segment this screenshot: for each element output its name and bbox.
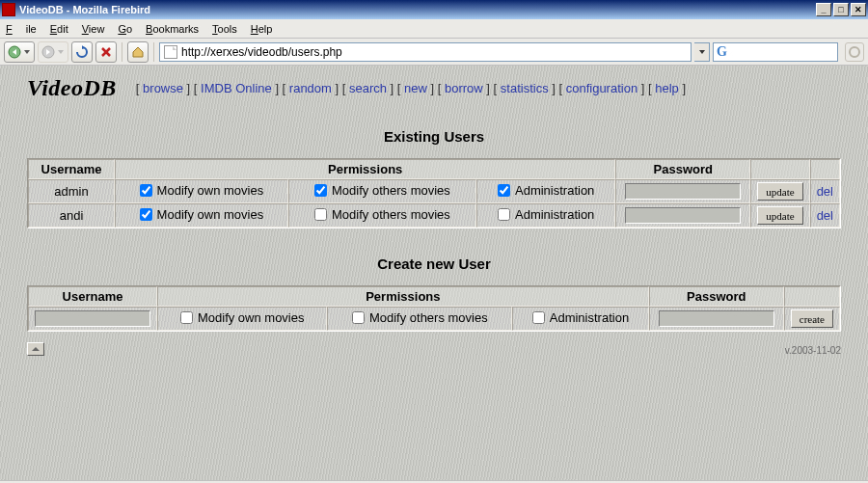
new-perm-others-checkbox[interactable] [352, 311, 365, 324]
create-user-table: Username Permissions Password Modify own… [27, 285, 841, 332]
close-button[interactable]: ✕ [851, 3, 866, 16]
table-row: admin Modify own movies Modify others mo… [28, 179, 840, 203]
menu-go[interactable]: Go [118, 23, 132, 35]
chevron-down-icon [23, 45, 31, 59]
perm-admin-checkbox[interactable] [498, 208, 510, 221]
nav-borrow[interactable]: borrow [445, 81, 483, 95]
username-cell: admin [28, 179, 115, 203]
menu-bookmarks[interactable]: Bookmarks [146, 23, 199, 35]
up-arrow-icon [31, 345, 41, 353]
toolbar-separator [122, 42, 122, 62]
nav-configuration[interactable]: configuration [566, 81, 637, 95]
url-dropdown-button[interactable] [694, 42, 710, 62]
menu-bar: Fdocument.currentScript.previousElementS… [0, 19, 868, 39]
nav-new[interactable]: new [404, 81, 427, 95]
stop-button[interactable] [95, 41, 117, 63]
reload-icon [75, 45, 89, 59]
new-perm-own-checkbox[interactable] [180, 311, 193, 324]
existing-users-table: Username Permissions Password admin Modi… [27, 158, 841, 228]
minimize-button[interactable]: _ [816, 3, 831, 16]
password-input[interactable] [625, 207, 741, 224]
window-titlebar: VideoDB - Mozilla Firebird _ □ ✕ [0, 0, 868, 19]
update-button[interactable]: update [757, 182, 802, 201]
forward-button[interactable] [38, 41, 68, 63]
username-cell: andi [28, 203, 115, 228]
perm-own-checkbox[interactable] [140, 184, 152, 197]
forward-icon [41, 45, 57, 59]
delete-link[interactable]: del [817, 208, 833, 223]
nav-links: [ browse ] [ IMDB Online ] [ random ] [ … [136, 81, 686, 95]
delete-link[interactable]: del [817, 184, 833, 199]
col-password: Password [615, 159, 750, 179]
perm-others-checkbox[interactable] [314, 184, 327, 197]
chevron-down-icon [698, 48, 706, 56]
toolbar: http://xerxes/videodb/users.php G [0, 39, 868, 66]
throbber-icon [845, 42, 864, 62]
nav-imdb[interactable]: IMDB Online [201, 81, 272, 95]
create-user-row: Modify own movies Modify others movies A… [28, 307, 840, 331]
col-permissions: Permissions [157, 286, 649, 307]
perm-admin-checkbox[interactable] [498, 184, 510, 197]
new-username-input[interactable] [35, 310, 150, 327]
page-icon [164, 45, 177, 59]
menu-tools[interactable]: Tools [212, 23, 237, 35]
col-username: Username [28, 159, 115, 179]
nav-search[interactable]: search [349, 81, 387, 95]
menu-file[interactable]: Fdocument.currentScript.previousElementS… [6, 23, 37, 35]
svg-point-4 [850, 47, 859, 57]
menu-help[interactable]: Help [251, 23, 273, 35]
url-input[interactable]: http://xerxes/videodb/users.php [159, 42, 692, 62]
menu-edit[interactable]: Edit [50, 23, 68, 35]
menu-view[interactable]: View [82, 23, 105, 35]
nav-browse[interactable]: browse [143, 81, 183, 95]
back-icon [8, 45, 23, 59]
stop-icon [99, 45, 113, 59]
reload-button[interactable] [71, 41, 93, 63]
password-input[interactable] [625, 183, 741, 200]
app-icon [2, 3, 15, 16]
page-content: VideoDB [ browse ] [ IMDB Online ] [ ran… [0, 66, 868, 480]
col-username: Username [28, 286, 157, 307]
window-title: VideoDB - Mozilla Firebird [19, 4, 150, 15]
search-engine-glyph: G [717, 44, 727, 60]
maximize-button[interactable]: □ [833, 3, 849, 16]
version-label: v.2003-11-02 [785, 345, 841, 356]
chevron-down-icon [57, 45, 65, 59]
nav-help[interactable]: help [655, 81, 679, 95]
col-permissions: Permissions [115, 159, 615, 179]
new-password-input[interactable] [659, 310, 774, 327]
search-input[interactable]: G [713, 42, 838, 62]
perm-own-checkbox[interactable] [140, 208, 152, 221]
existing-users-heading: Existing Users [27, 128, 841, 145]
nav-random[interactable]: random [289, 81, 332, 95]
nav-statistics[interactable]: statistics [501, 81, 549, 95]
perm-others-checkbox[interactable] [314, 208, 327, 221]
home-button[interactable] [127, 41, 149, 63]
update-button[interactable]: update [757, 206, 802, 225]
url-text: http://xerxes/videodb/users.php [181, 45, 342, 59]
scroll-top-button[interactable] [27, 342, 44, 356]
col-password: Password [649, 286, 784, 307]
toolbar-separator [153, 42, 154, 62]
create-button[interactable]: create [791, 309, 833, 328]
table-row: andi Modify own movies Modify others mov… [28, 203, 840, 228]
site-logo: VideoDB [27, 75, 117, 101]
back-button[interactable] [4, 41, 35, 63]
home-icon [131, 45, 145, 59]
create-user-heading: Create new User [27, 255, 841, 272]
new-perm-admin-checkbox[interactable] [532, 311, 545, 324]
